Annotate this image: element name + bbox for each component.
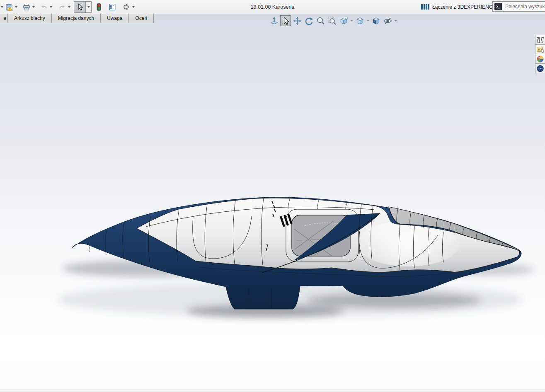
undo-button[interactable] xyxy=(39,2,49,12)
print-dropdown-caret[interactable] xyxy=(31,2,36,12)
overflow-caret-icon[interactable] xyxy=(0,2,4,12)
hide-show-items-icon xyxy=(383,16,392,26)
print-icon xyxy=(23,3,30,11)
connect-label: Łączenie z 3DEXPERIENCE... xyxy=(432,4,500,10)
resources-icon xyxy=(536,36,544,44)
normal-to-button[interactable] xyxy=(269,15,279,26)
graphics-viewport[interactable]: e Arkusz blachy Migracja danych Uwaga Oc… xyxy=(0,14,545,392)
settings-gear-icon xyxy=(123,3,130,11)
tab-uwaga[interactable]: Uwaga xyxy=(100,14,129,23)
model-karoseria[interactable] xyxy=(0,14,545,392)
rotate-view-icon xyxy=(304,16,314,26)
undo-icon xyxy=(40,3,48,11)
display-style-icon xyxy=(371,16,381,26)
display-style-button[interactable] xyxy=(371,15,381,26)
tab-arkusz-blachy[interactable]: Arkusz blachy xyxy=(7,14,52,23)
3dexperience-compass-icon xyxy=(536,65,544,73)
save-icon xyxy=(5,3,13,11)
normal-to-icon xyxy=(269,16,279,26)
zoom-icon xyxy=(316,16,325,26)
titlebar: 18.01.00 Karoseria Łączenie z 3DEXPERIEN… xyxy=(0,0,545,14)
print-button[interactable] xyxy=(22,2,31,12)
hide-show-items-caret[interactable] xyxy=(394,15,397,26)
command-prompt-icon xyxy=(494,3,502,10)
design-library-icon xyxy=(536,46,544,53)
edit-appearance-caret[interactable] xyxy=(350,15,354,26)
command-manager-tabs: e Arkusz blachy Migracja danych Uwaga Oc… xyxy=(0,14,154,23)
design-library-tab[interactable] xyxy=(535,44,545,54)
zoom-button[interactable] xyxy=(315,15,326,26)
edit-appearance-button[interactable] xyxy=(338,15,349,26)
view-orientation-icon xyxy=(355,16,365,26)
select-dropdown-caret[interactable] xyxy=(86,2,91,12)
tab-ocen[interactable]: Oceń xyxy=(128,14,154,23)
save-dropdown-caret[interactable] xyxy=(14,2,18,12)
main-toolbar xyxy=(0,0,136,14)
settings-dropdown-caret[interactable] xyxy=(131,2,136,12)
redo-icon xyxy=(58,3,66,11)
3dexperience-connect[interactable]: Łączenie z 3DEXPERIENCE... xyxy=(421,0,500,14)
hide-show-items-button[interactable] xyxy=(382,15,393,26)
zoom-area-icon xyxy=(327,16,337,26)
resources-tab[interactable] xyxy=(535,35,545,45)
save-button[interactable] xyxy=(4,2,14,12)
options-list-icon xyxy=(109,3,116,11)
appearances-icon xyxy=(536,55,544,63)
traffic-light-button[interactable] xyxy=(95,2,102,12)
tab-migracja-danych[interactable]: Migracja danych xyxy=(51,14,101,23)
rotate-view-button[interactable] xyxy=(303,15,314,26)
tab-clipped[interactable]: e xyxy=(0,14,8,23)
undo-dropdown-caret[interactable] xyxy=(49,2,53,12)
select-tool-group xyxy=(74,1,92,13)
select-cursor-button[interactable] xyxy=(74,2,86,12)
view-orientation-caret[interactable] xyxy=(366,15,370,26)
redo-dropdown-caret[interactable] xyxy=(67,2,71,12)
command-search-box[interactable] xyxy=(492,1,545,12)
viewport-select-button[interactable] xyxy=(280,15,291,26)
viewport-bottom-strip xyxy=(0,390,545,392)
settings-button[interactable] xyxy=(121,2,131,12)
traffic-light-icon xyxy=(97,3,101,11)
3dexperience-compass-tab[interactable] xyxy=(535,63,545,73)
zoom-area-button[interactable] xyxy=(327,15,337,26)
options-list-button[interactable] xyxy=(107,2,117,12)
appearances-tab[interactable] xyxy=(535,54,545,64)
command-search-input[interactable] xyxy=(504,3,545,10)
3dexperience-bars-icon xyxy=(421,4,429,10)
view-orientation-button[interactable] xyxy=(354,15,365,26)
select-cursor-icon xyxy=(281,16,291,26)
pan-button[interactable] xyxy=(292,15,303,26)
pan-icon xyxy=(293,16,302,26)
edit-appearance-icon xyxy=(339,16,349,26)
task-pane-tabs xyxy=(535,35,545,73)
select-cursor-icon xyxy=(76,3,84,11)
redo-button[interactable] xyxy=(57,2,67,12)
heads-up-toolbar xyxy=(269,15,397,26)
